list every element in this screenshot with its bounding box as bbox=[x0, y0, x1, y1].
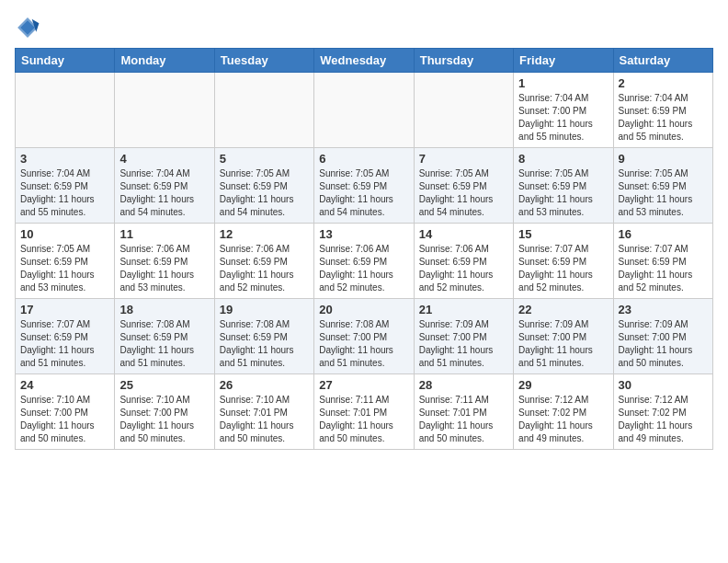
calendar-week-row: 17 Sunrise: 7:07 AMSunset: 6:59 PMDaylig… bbox=[16, 299, 713, 374]
day-number: 25 bbox=[119, 378, 209, 392]
day-info: Sunrise: 7:04 AMSunset: 6:59 PMDaylight:… bbox=[619, 92, 708, 144]
calendar-cell: 3 Sunrise: 7:04 AMSunset: 6:59 PMDayligh… bbox=[16, 148, 115, 224]
day-info: Sunrise: 7:09 AMSunset: 7:00 PMDaylight:… bbox=[419, 318, 508, 370]
calendar-weekday-header: Sunday bbox=[16, 49, 115, 73]
day-info: Sunrise: 7:12 AMSunset: 7:02 PMDaylight:… bbox=[619, 394, 708, 445]
calendar-body: 1 Sunrise: 7:04 AMSunset: 7:00 PMDayligh… bbox=[16, 73, 713, 450]
day-info: Sunrise: 7:04 AMSunset: 6:59 PMDaylight:… bbox=[20, 167, 109, 219]
calendar-cell: 26 Sunrise: 7:10 AMSunset: 7:01 PMDaylig… bbox=[214, 374, 313, 450]
day-info: Sunrise: 7:08 AMSunset: 6:59 PMDaylight:… bbox=[220, 318, 309, 370]
calendar-cell: 13 Sunrise: 7:06 AMSunset: 6:59 PMDaylig… bbox=[314, 224, 414, 299]
day-number: 17 bbox=[20, 303, 109, 316]
calendar-weekday-header: Tuesday bbox=[214, 49, 313, 73]
day-info: Sunrise: 7:05 AMSunset: 6:59 PMDaylight:… bbox=[518, 167, 608, 219]
day-number: 1 bbox=[518, 76, 608, 90]
day-info: Sunrise: 7:05 AMSunset: 6:59 PMDaylight:… bbox=[220, 167, 309, 219]
calendar-cell: 11 Sunrise: 7:06 AMSunset: 6:59 PMDaylig… bbox=[115, 224, 214, 299]
day-number: 11 bbox=[119, 227, 209, 241]
calendar-cell: 10 Sunrise: 7:05 AMSunset: 6:59 PMDaylig… bbox=[16, 224, 115, 299]
day-number: 9 bbox=[619, 152, 708, 166]
day-number: 7 bbox=[419, 152, 508, 166]
day-number: 23 bbox=[619, 303, 708, 316]
day-number: 26 bbox=[220, 378, 309, 392]
calendar-cell: 22 Sunrise: 7:09 AMSunset: 7:00 PMDaylig… bbox=[514, 299, 613, 374]
calendar-cell bbox=[16, 73, 115, 148]
day-info: Sunrise: 7:11 AMSunset: 7:01 PMDaylight:… bbox=[319, 394, 408, 445]
calendar-cell bbox=[414, 73, 513, 148]
calendar-cell: 9 Sunrise: 7:05 AMSunset: 6:59 PMDayligh… bbox=[613, 148, 712, 224]
calendar-cell: 24 Sunrise: 7:10 AMSunset: 7:00 PMDaylig… bbox=[16, 374, 115, 450]
logo bbox=[15, 15, 44, 40]
day-number: 6 bbox=[319, 152, 408, 166]
day-number: 2 bbox=[619, 76, 708, 90]
calendar-cell: 19 Sunrise: 7:08 AMSunset: 6:59 PMDaylig… bbox=[214, 299, 313, 374]
day-info: Sunrise: 7:05 AMSunset: 6:59 PMDaylight:… bbox=[319, 167, 408, 219]
calendar-cell: 14 Sunrise: 7:06 AMSunset: 6:59 PMDaylig… bbox=[414, 224, 513, 299]
day-number: 28 bbox=[419, 378, 508, 392]
calendar-weekday-header: Friday bbox=[514, 49, 613, 73]
calendar-cell: 2 Sunrise: 7:04 AMSunset: 6:59 PMDayligh… bbox=[613, 73, 712, 148]
day-number: 4 bbox=[119, 152, 209, 166]
day-number: 8 bbox=[518, 152, 608, 166]
day-info: Sunrise: 7:11 AMSunset: 7:01 PMDaylight:… bbox=[419, 394, 508, 445]
day-info: Sunrise: 7:06 AMSunset: 6:59 PMDaylight:… bbox=[319, 243, 408, 294]
calendar-cell: 4 Sunrise: 7:04 AMSunset: 6:59 PMDayligh… bbox=[115, 148, 214, 224]
day-number: 20 bbox=[319, 303, 408, 316]
calendar-cell: 21 Sunrise: 7:09 AMSunset: 7:00 PMDaylig… bbox=[414, 299, 513, 374]
calendar-cell: 16 Sunrise: 7:07 AMSunset: 6:59 PMDaylig… bbox=[613, 224, 712, 299]
day-info: Sunrise: 7:05 AMSunset: 6:59 PMDaylight:… bbox=[419, 167, 508, 219]
day-number: 22 bbox=[518, 303, 608, 316]
day-info: Sunrise: 7:08 AMSunset: 7:00 PMDaylight:… bbox=[319, 318, 408, 370]
day-info: Sunrise: 7:05 AMSunset: 6:59 PMDaylight:… bbox=[619, 167, 708, 219]
day-number: 10 bbox=[20, 227, 109, 241]
day-info: Sunrise: 7:06 AMSunset: 6:59 PMDaylight:… bbox=[119, 243, 209, 294]
day-number: 24 bbox=[20, 378, 109, 392]
day-number: 12 bbox=[220, 227, 309, 241]
day-number: 29 bbox=[518, 378, 608, 392]
calendar-table: SundayMondayTuesdayWednesdayThursdayFrid… bbox=[15, 48, 713, 450]
calendar-cell: 29 Sunrise: 7:12 AMSunset: 7:02 PMDaylig… bbox=[514, 374, 613, 450]
calendar-cell: 20 Sunrise: 7:08 AMSunset: 7:00 PMDaylig… bbox=[314, 299, 414, 374]
calendar-header-row: SundayMondayTuesdayWednesdayThursdayFrid… bbox=[16, 49, 713, 73]
calendar-cell: 28 Sunrise: 7:11 AMSunset: 7:01 PMDaylig… bbox=[414, 374, 513, 450]
calendar-cell: 1 Sunrise: 7:04 AMSunset: 7:00 PMDayligh… bbox=[514, 73, 613, 148]
calendar-weekday-header: Wednesday bbox=[314, 49, 414, 73]
day-info: Sunrise: 7:04 AMSunset: 6:59 PMDaylight:… bbox=[119, 167, 209, 219]
calendar-cell: 15 Sunrise: 7:07 AMSunset: 6:59 PMDaylig… bbox=[514, 224, 613, 299]
day-number: 21 bbox=[419, 303, 508, 316]
day-info: Sunrise: 7:09 AMSunset: 7:00 PMDaylight:… bbox=[518, 318, 608, 370]
calendar-cell: 27 Sunrise: 7:11 AMSunset: 7:01 PMDaylig… bbox=[314, 374, 414, 450]
calendar-cell: 23 Sunrise: 7:09 AMSunset: 7:00 PMDaylig… bbox=[613, 299, 712, 374]
calendar-week-row: 1 Sunrise: 7:04 AMSunset: 7:00 PMDayligh… bbox=[16, 73, 713, 148]
day-info: Sunrise: 7:05 AMSunset: 6:59 PMDaylight:… bbox=[20, 243, 109, 294]
calendar-cell: 7 Sunrise: 7:05 AMSunset: 6:59 PMDayligh… bbox=[414, 148, 513, 224]
calendar-week-row: 10 Sunrise: 7:05 AMSunset: 6:59 PMDaylig… bbox=[16, 224, 713, 299]
calendar-cell: 30 Sunrise: 7:12 AMSunset: 7:02 PMDaylig… bbox=[613, 374, 712, 450]
calendar-weekday-header: Saturday bbox=[613, 49, 712, 73]
day-number: 19 bbox=[220, 303, 309, 316]
calendar-cell: 18 Sunrise: 7:08 AMSunset: 6:59 PMDaylig… bbox=[115, 299, 214, 374]
calendar-cell bbox=[314, 73, 414, 148]
day-info: Sunrise: 7:10 AMSunset: 7:00 PMDaylight:… bbox=[119, 394, 209, 445]
calendar-cell: 6 Sunrise: 7:05 AMSunset: 6:59 PMDayligh… bbox=[314, 148, 414, 224]
day-info: Sunrise: 7:06 AMSunset: 6:59 PMDaylight:… bbox=[419, 243, 508, 294]
day-number: 30 bbox=[619, 378, 708, 392]
day-info: Sunrise: 7:12 AMSunset: 7:02 PMDaylight:… bbox=[518, 394, 608, 445]
day-number: 18 bbox=[119, 303, 209, 316]
day-number: 16 bbox=[619, 227, 708, 241]
day-number: 3 bbox=[20, 152, 109, 166]
calendar-cell: 12 Sunrise: 7:06 AMSunset: 6:59 PMDaylig… bbox=[214, 224, 313, 299]
day-number: 13 bbox=[319, 227, 408, 241]
day-info: Sunrise: 7:10 AMSunset: 7:01 PMDaylight:… bbox=[220, 394, 309, 445]
day-info: Sunrise: 7:07 AMSunset: 6:59 PMDaylight:… bbox=[619, 243, 708, 294]
calendar-cell: 25 Sunrise: 7:10 AMSunset: 7:00 PMDaylig… bbox=[115, 374, 214, 450]
day-info: Sunrise: 7:06 AMSunset: 6:59 PMDaylight:… bbox=[220, 243, 309, 294]
day-info: Sunrise: 7:08 AMSunset: 6:59 PMDaylight:… bbox=[119, 318, 209, 370]
calendar-cell: 8 Sunrise: 7:05 AMSunset: 6:59 PMDayligh… bbox=[514, 148, 613, 224]
day-number: 14 bbox=[419, 227, 508, 241]
day-info: Sunrise: 7:10 AMSunset: 7:00 PMDaylight:… bbox=[20, 394, 109, 445]
logo-icon bbox=[15, 15, 40, 40]
day-info: Sunrise: 7:04 AMSunset: 7:00 PMDaylight:… bbox=[518, 92, 608, 144]
calendar-cell: 17 Sunrise: 7:07 AMSunset: 6:59 PMDaylig… bbox=[16, 299, 115, 374]
calendar-weekday-header: Monday bbox=[115, 49, 214, 73]
